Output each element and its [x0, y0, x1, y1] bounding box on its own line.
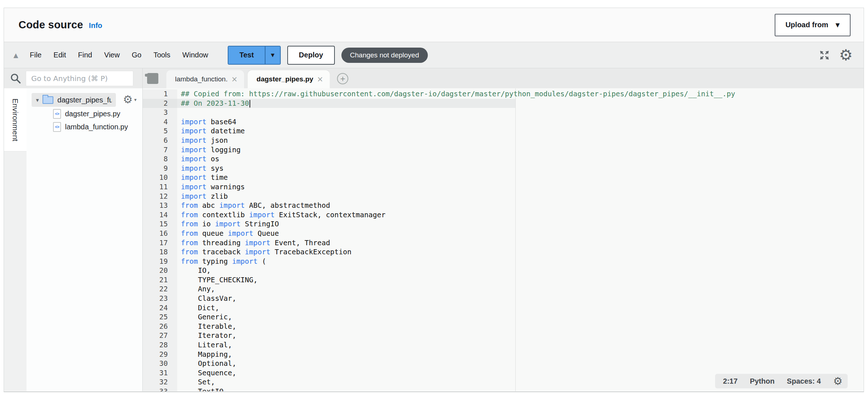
code-line[interactable]: 3: [143, 108, 864, 117]
info-link[interactable]: Info: [89, 21, 102, 30]
line-number[interactable]: 1: [143, 89, 177, 99]
code-line[interactable]: 1## Copied from: https://raw.githubuserc…: [143, 89, 864, 99]
line-number[interactable]: 15: [143, 219, 177, 229]
code-text: from traceback import TracebackException: [177, 247, 864, 257]
line-number[interactable]: 14: [143, 210, 177, 220]
line-number[interactable]: 5: [143, 126, 177, 136]
code-line[interactable]: 25 Generic,: [143, 312, 864, 322]
line-number[interactable]: 32: [143, 377, 177, 387]
tree-settings-button[interactable]: ⚙ ▾: [123, 94, 137, 105]
code-text: Iterable,: [177, 322, 864, 331]
test-button[interactable]: Test: [228, 47, 265, 64]
code-text: ClassVar,: [177, 294, 864, 303]
code-line[interactable]: 19from typing import (: [143, 257, 864, 266]
line-number[interactable]: 10: [143, 173, 177, 182]
code-line[interactable]: 30 Optional,: [143, 359, 864, 368]
code-line[interactable]: 23 ClassVar,: [143, 294, 864, 303]
code-line[interactable]: 17from threading import Event, Thread: [143, 238, 864, 248]
line-number[interactable]: 9: [143, 164, 177, 173]
line-number[interactable]: 28: [143, 340, 177, 350]
tab-list-icon[interactable]: [147, 73, 158, 84]
menu-window[interactable]: Window: [182, 51, 208, 59]
code-line[interactable]: 6import json: [143, 136, 864, 145]
code-line[interactable]: 20 IO,: [143, 266, 864, 275]
line-number[interactable]: 23: [143, 294, 177, 303]
close-icon[interactable]: ×: [317, 75, 324, 84]
menu-go[interactable]: Go: [132, 51, 142, 59]
line-number[interactable]: 16: [143, 229, 177, 238]
menu-view[interactable]: View: [104, 51, 120, 59]
tree-file-dagster-pipes[interactable]: <> dagster_pipes.py: [27, 108, 142, 120]
language-mode[interactable]: Python: [750, 377, 775, 385]
line-number[interactable]: 8: [143, 154, 177, 164]
line-number[interactable]: 18: [143, 247, 177, 257]
line-number[interactable]: 21: [143, 275, 177, 285]
fullscreen-icon[interactable]: [819, 49, 830, 61]
code-line[interactable]: 21 TYPE_CHECKING,: [143, 275, 864, 285]
tree-folder-row[interactable]: ▾ dagster_pipes_funct: [32, 93, 116, 107]
menu-find[interactable]: Find: [78, 51, 92, 59]
line-number[interactable]: 19: [143, 257, 177, 266]
go-to-anything-input[interactable]: [26, 71, 133, 86]
line-number[interactable]: 24: [143, 303, 177, 313]
code-line[interactable]: 8import os: [143, 154, 864, 164]
code-line[interactable]: 4import base64: [143, 117, 864, 127]
code-line[interactable]: 29 Mapping,: [143, 350, 864, 359]
menu-edit[interactable]: Edit: [53, 51, 66, 59]
line-number[interactable]: 11: [143, 182, 177, 192]
line-number[interactable]: 2: [143, 99, 177, 108]
tab-dagster-pipes[interactable]: dagster_pipes.py ×: [248, 70, 330, 88]
code-line[interactable]: 26 Iterable,: [143, 322, 864, 331]
code-line[interactable]: 9import sys: [143, 164, 864, 173]
line-number[interactable]: 20: [143, 266, 177, 275]
chevron-down-icon[interactable]: ▾: [36, 97, 39, 104]
code-line[interactable]: 13from abc import ABC, abstractmethod: [143, 201, 864, 210]
line-number[interactable]: 13: [143, 201, 177, 210]
indentation-setting[interactable]: Spaces: 4: [787, 377, 821, 385]
line-number[interactable]: 26: [143, 322, 177, 331]
line-number[interactable]: 3: [143, 108, 177, 117]
code-line[interactable]: 18from traceback import TracebackExcepti…: [143, 247, 864, 257]
line-number[interactable]: 25: [143, 312, 177, 322]
upload-from-button[interactable]: Upload from ▼: [775, 14, 851, 36]
code-line[interactable]: 2## On 2023-11-30: [143, 99, 864, 108]
code-text: Any,: [177, 284, 864, 294]
line-number[interactable]: 29: [143, 350, 177, 359]
test-dropdown-button[interactable]: ▼: [265, 47, 280, 64]
close-icon[interactable]: ×: [231, 75, 238, 84]
code-line[interactable]: 27 Iterator,: [143, 331, 864, 340]
cursor-position[interactable]: 2:17: [723, 377, 738, 385]
line-number[interactable]: 4: [143, 117, 177, 127]
code-line[interactable]: 28 Literal,: [143, 340, 864, 350]
collapse-panel-icon[interactable]: ▲: [13, 52, 18, 59]
line-number[interactable]: 33: [143, 387, 177, 391]
code-line[interactable]: 22 Any,: [143, 284, 864, 294]
code-line[interactable]: 15from io import StringIO: [143, 219, 864, 229]
editor-settings-gear-icon[interactable]: ⚙: [833, 376, 843, 387]
code-line[interactable]: 5import datetime: [143, 126, 864, 136]
line-number[interactable]: 22: [143, 284, 177, 294]
code-line[interactable]: 12import zlib: [143, 192, 864, 201]
line-number[interactable]: 31: [143, 368, 177, 378]
line-number[interactable]: 12: [143, 192, 177, 201]
line-number[interactable]: 27: [143, 331, 177, 340]
tab-lambda-function[interactable]: lambda_function. ×: [166, 70, 244, 88]
code-line[interactable]: 11import warnings: [143, 182, 864, 192]
code-line[interactable]: 10import time: [143, 173, 864, 182]
new-tab-button[interactable]: +: [337, 73, 348, 84]
code-line[interactable]: 24 Dict,: [143, 303, 864, 313]
environment-tab[interactable]: Environment: [4, 88, 27, 151]
code-line[interactable]: 7import logging: [143, 145, 864, 155]
line-number[interactable]: 7: [143, 145, 177, 155]
code-line[interactable]: 14from contextlib import ExitStack, cont…: [143, 210, 864, 220]
line-number[interactable]: 6: [143, 136, 177, 145]
settings-gear-icon[interactable]: ⚙: [839, 48, 853, 63]
menu-tools[interactable]: Tools: [153, 51, 170, 59]
line-number[interactable]: 17: [143, 238, 177, 248]
code-editor[interactable]: 1## Copied from: https://raw.githubuserc…: [143, 88, 864, 391]
tree-file-lambda-function[interactable]: <> lambda_function.py: [27, 121, 142, 133]
menu-file[interactable]: File: [30, 51, 41, 59]
deploy-button[interactable]: Deploy: [287, 46, 335, 65]
code-line[interactable]: 16from queue import Queue: [143, 229, 864, 238]
line-number[interactable]: 30: [143, 359, 177, 368]
